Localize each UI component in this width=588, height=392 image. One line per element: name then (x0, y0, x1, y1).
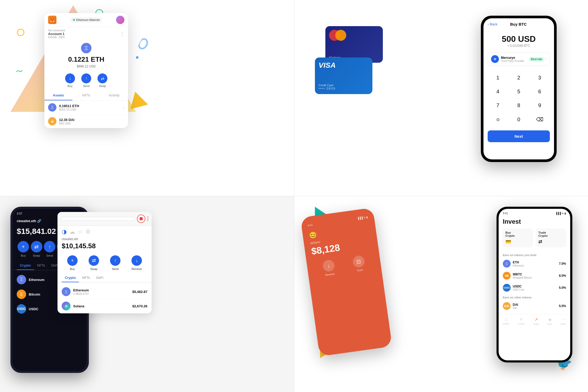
bo-tab-defi[interactable]: DeFi (93, 274, 106, 282)
provider-icon: M (491, 55, 499, 63)
ip-more-tab-label: More (561, 323, 566, 325)
browser-inner-tabs: ◑ ☁ ☆ ⚙ (57, 226, 152, 235)
cb-tab-crypto[interactable]: Crypto (17, 261, 34, 270)
mm-asset-2-left: ◈ 12.35 DAI $35 USD (48, 117, 74, 125)
ip-receive-action[interactable]: ↓ Receive (322, 259, 336, 277)
ip-wbtc-left: W₿ WBTC Wrapped Bitcoin (503, 272, 532, 280)
btc-provider-row[interactable]: M Mercuryo Third Party Provider Best rat… (488, 52, 550, 66)
ip-trade-tab-icon: ↗ (534, 317, 538, 322)
cb-btc-name: Bitcoin (29, 292, 40, 296)
ip-back-inner: 9:41 ▐▐▐ ≋ ▮ 😊 zkSync $8,128 ↓ Receive ⊡… (303, 210, 390, 354)
mm-tab-assets[interactable]: Assets (44, 91, 72, 100)
ip-invest-title: Invest (499, 216, 570, 228)
cb-usdc-name: USDC (29, 307, 38, 311)
mm-asset-2-amount: 12.35 DAI (59, 118, 74, 122)
browser-record-button[interactable] (137, 215, 145, 223)
btc-next-button[interactable]: Next (488, 130, 550, 142)
ip-front-inner: 9:41 ▐▐▐ ≋ ▮ Invest BuyCrypto 💳 TradeCry… (499, 209, 570, 360)
mm-send-action[interactable]: ↑ Send (81, 73, 91, 88)
ip-buy-crypto-card[interactable]: BuyCrypto 💳 (503, 228, 533, 247)
mm-tab-nfts[interactable]: NFTs (72, 91, 100, 100)
cb-buy-label: Buy (21, 254, 26, 257)
cb-usdc-left: USDC USDC (17, 304, 38, 314)
bo-sol-left: ◎ Solana (62, 302, 84, 310)
mm-asset-1-arrow: › (123, 105, 124, 110)
cb-eth-name: Ethereum (29, 278, 44, 282)
ip-receive-label: Receive (325, 272, 335, 276)
numpad-3[interactable]: 3 (529, 71, 550, 84)
ip-tab-earn[interactable]: ◈ Earn (547, 317, 552, 325)
ip-tab-more[interactable]: ⋯ More (561, 317, 566, 325)
bi-tab-settings[interactable]: ⚙ (85, 228, 91, 235)
ip-buy-crypto-title: BuyCrypto (505, 231, 531, 237)
bo-sol-info: Solana (73, 304, 84, 308)
mm-asset-1-icon: Ξ (48, 103, 56, 112)
cb-eth-left: Ξ Ethereum (17, 275, 44, 284)
numpad-2[interactable]: 2 (509, 71, 529, 84)
bi-tab-assets[interactable]: ☁ (69, 228, 75, 235)
ip-front-signal: ▐▐▐ ≋ ▮ (555, 212, 566, 215)
ip-token-dai: DAI DAI Dai 5.0% (499, 300, 570, 312)
ip-scan-icon: ⊡ (352, 255, 365, 268)
bo-buy-action[interactable]: + Buy (67, 255, 78, 270)
btc-back-button[interactable]: ‹ Back (488, 22, 497, 26)
cb-send-action[interactable]: ↑ Send (44, 241, 55, 257)
ip-trade-tab-label: Trade (533, 323, 539, 325)
numpad-7[interactable]: 7 (488, 99, 508, 112)
ip-wallet-tab-icon: ⌂ (505, 317, 507, 322)
ip-dai-token-sub: Dai (513, 307, 518, 309)
cb-swap-action[interactable]: ⇄ Swap (31, 241, 42, 257)
bo-tab-crypto[interactable]: Crypto (62, 274, 79, 282)
visa-card-digits: •••• 0909 (319, 87, 369, 90)
browser-url-bar[interactable] (61, 217, 135, 221)
cb-btc-left: ₿ Bitcoin (17, 290, 40, 299)
ip-more-tab-icon: ⋯ (561, 317, 566, 322)
ip-tab-assets[interactable]: ≡ Assets (518, 317, 525, 325)
bi-tab-star[interactable]: ☆ (78, 228, 83, 235)
numpad-8[interactable]: 8 (509, 99, 529, 112)
visa-card-info: Credit Card •••• 0909 (319, 84, 369, 90)
mm-network-selector[interactable]: Ethereum Mainnet (70, 17, 102, 22)
bo-tab-nfts[interactable]: NFTs (79, 274, 93, 282)
bi-tab-wallet[interactable]: ◑ (62, 228, 67, 235)
cb-tab-nfts[interactable]: NFTs (34, 261, 48, 270)
visa-logo: VISA (319, 61, 369, 70)
q1-circle-yellow-decoration (17, 29, 24, 36)
record-dot-icon (140, 217, 143, 220)
ip-tab-trade[interactable]: ↗ Trade (533, 317, 539, 325)
bo-swap-action[interactable]: ⇄ Swap (89, 255, 99, 270)
numpad-0[interactable]: 0 (509, 113, 529, 126)
bo-sol-value: $2,670.26 (132, 304, 147, 308)
btc-provider-left: M Mercuryo Third Party Provider (491, 55, 524, 63)
mm-send-icon: ↑ (81, 73, 91, 83)
ip-wbtc-token-name: WBTC (513, 273, 532, 276)
numpad-scan[interactable]: ⊙ (488, 113, 508, 126)
ip-trade-crypto-card[interactable]: TradeCrypto ⇄ (536, 228, 566, 247)
numpad-4[interactable]: 4 (488, 85, 508, 98)
bo-send-action[interactable]: ↑ Send (110, 255, 120, 270)
btc-amount-display: 500 USD ≈ 0.013389 BTC (483, 29, 554, 49)
numpad-6[interactable]: 6 (529, 85, 550, 98)
cb-btc-icon: ₿ (17, 290, 26, 299)
numpad-backspace[interactable]: ⌫ (529, 113, 550, 126)
numpad-9[interactable]: 9 (529, 99, 550, 112)
ip-earn-tab-icon: ◈ (548, 317, 551, 322)
ip-tab-wallet[interactable]: ⌂ Wallet (503, 317, 509, 325)
bo-receive-action[interactable]: ↓ Receive (131, 255, 142, 270)
mm-tab-activity[interactable]: Activity (100, 91, 128, 100)
cb-swap-label: Swap (33, 254, 40, 257)
numpad-5[interactable]: 5 (509, 85, 529, 98)
mm-actions-row: ↓ Buy ↑ Send ⇄ Swap (44, 71, 128, 91)
mm-more-icon[interactable]: ⋮ (120, 31, 124, 37)
browser-more-icon[interactable] (147, 216, 148, 221)
cb-eth-info: Ethereum (29, 278, 44, 282)
mm-buy-action[interactable]: ↓ Buy (65, 73, 75, 88)
numpad-1[interactable]: 1 (488, 71, 508, 84)
ip-scan-action[interactable]: ⊡ Scan (352, 255, 366, 273)
ip-assets-tab-icon: ≡ (520, 317, 522, 322)
mm-address: 0x5e66...5924 (48, 36, 65, 39)
mm-swap-action[interactable]: ⇄ Swap (97, 73, 107, 88)
bo-asset-ethereum: Ξ Ethereum 2.9828 ETH $5,482.87 (57, 285, 152, 299)
cb-buy-action[interactable]: + Buy (18, 241, 29, 257)
mm-balance-eth: 0.1221 ETH (44, 54, 128, 65)
